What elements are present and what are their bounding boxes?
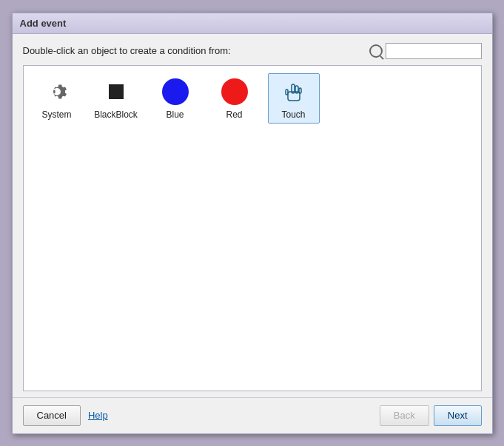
blackblock-label: BlackBlock bbox=[94, 109, 138, 120]
system-icon-wrapper bbox=[42, 77, 72, 107]
add-event-dialog: Add event Double-click an object to crea… bbox=[12, 13, 493, 434]
back-button[interactable]: Back bbox=[380, 405, 429, 426]
system-label: System bbox=[41, 109, 71, 120]
instruction-row: Double-click an object to create a condi… bbox=[23, 43, 482, 59]
svg-rect-4 bbox=[286, 89, 288, 95]
cancel-button[interactable]: Cancel bbox=[23, 405, 81, 426]
dialog-titlebar: Add event bbox=[13, 13, 492, 34]
blue-label: Blue bbox=[166, 109, 184, 120]
instruction-text: Double-click an object to create a condi… bbox=[23, 45, 231, 56]
footer-left: Cancel Help bbox=[23, 405, 108, 426]
dialog-body: Double-click an object to create a condi… bbox=[13, 34, 492, 397]
red-circle bbox=[221, 78, 248, 105]
blackblock-shape bbox=[109, 84, 124, 99]
dialog-footer: Cancel Help Back Next bbox=[13, 397, 492, 433]
object-item-blue[interactable]: Blue bbox=[149, 73, 201, 124]
search-wrapper bbox=[369, 43, 482, 59]
red-icon-wrapper bbox=[220, 77, 249, 107]
blue-icon-wrapper bbox=[161, 77, 190, 107]
footer-right: Back Next bbox=[380, 405, 482, 426]
objects-panel: System BlackBlock Blue Red bbox=[23, 65, 482, 391]
object-item-blackblock[interactable]: BlackBlock bbox=[90, 73, 142, 124]
object-item-system[interactable]: System bbox=[31, 73, 83, 124]
search-input[interactable] bbox=[386, 43, 482, 59]
help-button[interactable]: Help bbox=[88, 410, 108, 421]
svg-rect-3 bbox=[299, 88, 301, 93]
dialog-title: Add event bbox=[20, 18, 67, 29]
object-item-red[interactable]: Red bbox=[209, 73, 261, 124]
search-icon bbox=[369, 44, 383, 58]
blue-circle bbox=[162, 78, 189, 105]
object-item-touch[interactable]: Touch bbox=[268, 73, 320, 124]
hand-icon bbox=[280, 78, 307, 105]
touch-icon-wrapper bbox=[279, 77, 309, 107]
touch-label: Touch bbox=[281, 109, 305, 120]
blackblock-icon-wrapper bbox=[101, 77, 131, 107]
red-label: Red bbox=[226, 109, 242, 120]
next-button[interactable]: Next bbox=[434, 405, 482, 426]
gear-icon bbox=[44, 78, 70, 105]
